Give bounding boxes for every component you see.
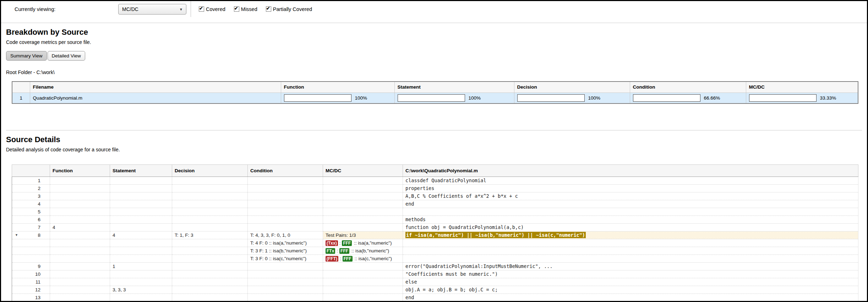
- decision-cell: [172, 177, 248, 185]
- code-line-row: 5: [12, 208, 858, 216]
- details-col-3: Decision: [172, 165, 248, 177]
- condition-detail-row: T: 3 F: 0 :: isa(c,"numeric")(FFT):FFF :…: [12, 255, 858, 263]
- statement-cell: [110, 216, 172, 224]
- section-details: Source Details Detailed analysis of code…: [1, 135, 867, 302]
- function-cell: [50, 185, 110, 192]
- code-cell: end: [403, 294, 858, 302]
- condition-cell: [248, 177, 323, 185]
- summary-file-row[interactable]: 1QuadraticPolynomial.m100%100%100%66.66%…: [12, 93, 858, 104]
- details-col-0: [12, 165, 50, 177]
- decision-cell: [172, 224, 248, 231]
- condition-cell: T: 4, 3, 3, F: 0, 1, 0: [248, 231, 323, 239]
- condition-cell: [248, 216, 323, 224]
- statement-cell: [110, 177, 172, 185]
- decision-cell: [172, 216, 248, 224]
- detailed-view-button[interactable]: Detailed View: [48, 51, 85, 61]
- line-number-cell: 9: [12, 263, 50, 270]
- condition-detail-row: T: 3 F: 1 :: isa(b,"numeric")FTx:FFF :: …: [12, 247, 858, 255]
- line-number-cell: 3: [12, 192, 50, 200]
- line-number: 7: [38, 225, 40, 230]
- mcdc-badge: (FFT): [326, 256, 338, 262]
- code-line-row: 123, 3, 3 obj.A = a; obj.B = b; obj.C = …: [12, 286, 858, 294]
- condition-cell: [248, 263, 323, 270]
- statement-cell: 3, 3, 3: [110, 286, 172, 294]
- highlighted-code: if ~isa(a,"numeric") || ~isa(b,"numeric"…: [405, 232, 586, 238]
- code-cell: [403, 247, 858, 255]
- mcdc-cell: [323, 177, 403, 185]
- coverage-percent: 66.66%: [704, 95, 720, 101]
- code-cell: methods: [403, 216, 858, 224]
- statement-cell: [110, 278, 172, 286]
- checkbox-box: ✔: [266, 6, 271, 12]
- line-number-cell: 6: [12, 216, 50, 224]
- mcdc-cell: [323, 185, 403, 192]
- view-selector-dropdown[interactable]: MC/DC ▼: [118, 4, 186, 15]
- details-col-5: MC/DC: [323, 165, 403, 177]
- summary-col-5: Condition: [630, 82, 746, 93]
- coverage-filter-checkboxes: ✔Covered✔Missed✔Partially Covered: [199, 6, 312, 12]
- breakdown-title: Breakdown by Source: [6, 28, 867, 37]
- summary-col-4: Decision: [514, 82, 630, 93]
- coverage-percent: 100%: [355, 95, 367, 101]
- code-cell: [403, 239, 858, 247]
- checkbox-covered[interactable]: ✔Covered: [199, 6, 225, 12]
- mcdc-cell: FTx:FFF :: isa(b,"numeric"): [323, 247, 403, 255]
- summary-col-6: MC/DC: [746, 82, 858, 93]
- checkbox-partially-covered[interactable]: ✔Partially Covered: [266, 6, 312, 12]
- code-line-row: 4 end: [12, 200, 858, 208]
- checkmark-icon: ✔: [234, 6, 238, 11]
- statement-cell: [110, 200, 172, 208]
- checkbox-box: ✔: [199, 6, 204, 12]
- line-number-cell: 13: [12, 294, 50, 302]
- statement-cell: [110, 239, 172, 247]
- mcdc-cell: [323, 200, 403, 208]
- function-cell: [50, 208, 110, 216]
- badge-separator: :: [337, 248, 338, 253]
- line-number-cell: [12, 255, 50, 263]
- statement-cell: [110, 208, 172, 216]
- coverage-bar: [398, 94, 465, 102]
- code-cell: [403, 255, 858, 263]
- details-col-2: Statement: [110, 165, 172, 177]
- summary-view-button[interactable]: Summary View: [6, 51, 47, 61]
- statement-cell: [110, 270, 172, 278]
- statement-cell: [110, 255, 172, 263]
- details-header-row: FunctionStatementDecisionConditionMC/DCC…: [12, 165, 858, 177]
- function-cell: 4: [50, 224, 110, 231]
- checkbox-missed[interactable]: ✔Missed: [234, 6, 257, 12]
- condition-cell: [248, 278, 323, 286]
- statement-cell: [110, 185, 172, 192]
- coverage-bar: [284, 94, 351, 102]
- line-number-cell: 10: [12, 270, 50, 278]
- line-number: 9: [38, 264, 40, 269]
- section-divider: [6, 130, 862, 130]
- condition-cell: [248, 294, 323, 302]
- details-col-4: Condition: [248, 165, 323, 177]
- root-folder-label: Root Folder - C:\work\: [6, 69, 867, 75]
- details-col-1: Function: [50, 165, 110, 177]
- statement-cell: [110, 247, 172, 255]
- coverage-metric: 100%: [398, 94, 511, 102]
- condition-cell: [248, 208, 323, 216]
- statement-cell: 1: [110, 263, 172, 270]
- decision-cell: [172, 239, 248, 247]
- condition-cell: [248, 192, 323, 200]
- line-number-cell: 1: [12, 177, 50, 185]
- currently-viewing-label: Currently viewing:: [15, 6, 118, 12]
- decision-cell: [172, 185, 248, 192]
- expand-arrow-icon[interactable]: ▼: [15, 231, 18, 239]
- condition-cell: [248, 200, 323, 208]
- code-cell: properties: [403, 185, 858, 192]
- decision-cell: [172, 200, 248, 208]
- mcdc-cell: [323, 270, 403, 278]
- coverage-percent: 33.33%: [820, 95, 836, 101]
- line-number: 4: [38, 201, 40, 207]
- code-cell: error("QuadraticPolynomial:InputMustBeNu…: [403, 263, 858, 270]
- checkbox-box: ✔: [234, 6, 239, 12]
- code-cell: if ~isa(a,"numeric") || ~isa(b,"numeric"…: [403, 231, 858, 239]
- code-line-row: 91 error("QuadraticPolynomial:InputMustB…: [12, 263, 858, 270]
- line-number: 2: [38, 186, 40, 191]
- line-number-cell: 4: [12, 200, 50, 208]
- function-cell: [50, 192, 110, 200]
- code-line-row: 3 A,B,C % Coefficients of a*x^2 + b*x + …: [12, 192, 858, 200]
